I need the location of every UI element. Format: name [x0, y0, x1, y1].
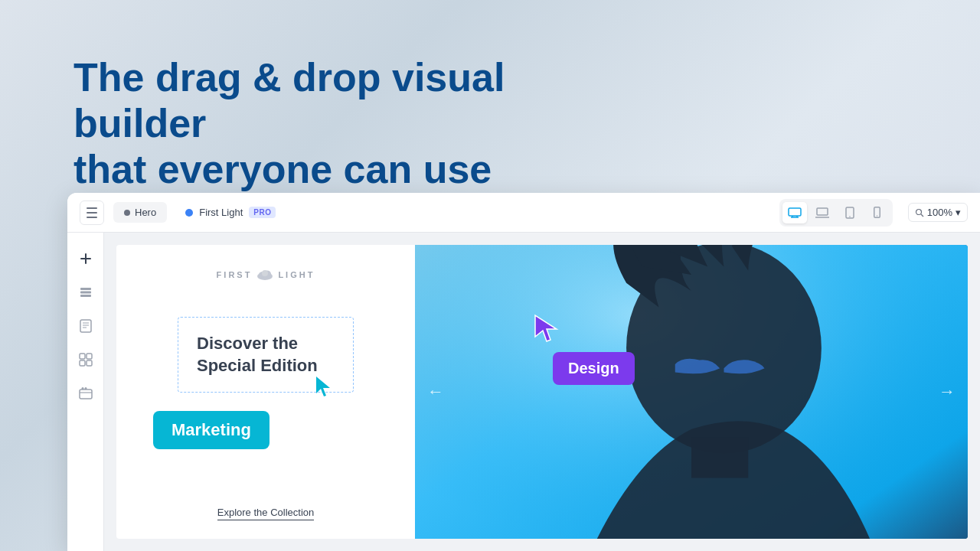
brand-name: FIRST [217, 270, 253, 279]
svg-point-7 [849, 216, 851, 217]
layers-icon [79, 285, 93, 299]
svg-rect-24 [87, 360, 92, 366]
cursor-arrow-headline [313, 375, 335, 398]
zoom-caret-icon: ▾ [956, 207, 961, 218]
hamburger-line [87, 207, 97, 209]
headline-box: Discover the Special Edition [178, 317, 354, 393]
marketing-badge-wrapper: Marketing [147, 411, 270, 474]
tab-hero-dot [124, 210, 130, 216]
viewport-tablet-button[interactable] [838, 202, 862, 223]
page-icon [80, 319, 92, 333]
svg-rect-4 [817, 208, 828, 215]
project-name-label: First Light [199, 207, 243, 218]
svg-rect-23 [80, 360, 85, 366]
brand-name-light: LIGHT [278, 270, 315, 279]
hamburger-line [87, 217, 97, 218]
svg-point-10 [916, 209, 921, 214]
canvas-left-panel: FIRST LIGHT Discover the Special Edition [116, 245, 415, 539]
person-silhouette [415, 245, 968, 539]
main-area: FIRST LIGHT Discover the Special Edition [67, 233, 980, 551]
explore-link[interactable]: Explore the Collection [217, 507, 314, 520]
brand-logo: FIRST LIGHT [217, 269, 315, 280]
svg-rect-21 [80, 354, 85, 359]
zoom-level-label: 100% [927, 207, 952, 218]
viewport-laptop-button[interactable] [810, 202, 835, 223]
hero-title-line2: that everyone can use [74, 147, 492, 191]
cursor-arrow-right-wrapper [534, 314, 561, 346]
sidebar-assets-button[interactable] [72, 380, 100, 407]
components-icon [79, 353, 93, 367]
viewport-desktop-button[interactable] [782, 202, 807, 223]
hamburger-menu[interactable] [80, 201, 104, 225]
pro-badge: PRO [249, 207, 276, 218]
sidebar-components-button[interactable] [72, 346, 100, 373]
viewport-mobile-button[interactable] [865, 202, 890, 223]
hero-section: The drag & drop visual builder that ever… [74, 55, 609, 192]
sidebar-layers-button[interactable] [72, 279, 100, 306]
project-tab[interactable]: First Light PRO [176, 202, 285, 223]
mobile-icon [874, 207, 880, 218]
headline-text: Discover the Special Edition [197, 334, 318, 375]
svg-point-26 [81, 387, 83, 390]
add-icon [79, 252, 93, 266]
cursor-arrow-right-icon [534, 314, 561, 343]
tablet-icon [845, 207, 854, 219]
svg-point-9 [877, 215, 877, 216]
tab-hero[interactable]: Hero [113, 202, 167, 223]
marketing-badge: Marketing [153, 411, 270, 449]
laptop-icon [815, 207, 829, 218]
svg-rect-36 [691, 437, 748, 478]
canvas-inner: FIRST LIGHT Discover the Special Edition [116, 245, 968, 539]
svg-rect-15 [80, 292, 91, 294]
builder-ui: Hero First Light PRO [67, 193, 980, 551]
left-sidebar [67, 233, 104, 551]
brand-logo-icon [256, 269, 273, 280]
hero-title-line1: The drag & drop visual builder [74, 55, 505, 145]
svg-rect-25 [80, 390, 92, 399]
hamburger-line [87, 212, 97, 214]
sidebar-pages-button[interactable] [72, 312, 100, 340]
toolbar: Hero First Light PRO [67, 193, 980, 233]
hero-title: The drag & drop visual builder that ever… [74, 55, 609, 192]
svg-marker-32 [316, 377, 330, 396]
nav-arrow-left[interactable]: ← [427, 382, 444, 402]
zoom-icon [915, 208, 924, 217]
svg-line-11 [921, 214, 923, 217]
desktop-icon [788, 207, 802, 218]
svg-rect-17 [80, 320, 91, 332]
zoom-control[interactable]: 100% ▾ [908, 203, 968, 222]
svg-rect-0 [789, 208, 801, 216]
assets-icon [79, 386, 93, 400]
svg-point-31 [262, 270, 268, 276]
project-dot [185, 209, 193, 217]
svg-rect-16 [80, 295, 91, 297]
viewport-controls [779, 199, 893, 227]
svg-point-27 [84, 387, 87, 390]
tab-hero-label: Hero [135, 207, 156, 218]
sidebar-add-button[interactable] [72, 245, 100, 272]
svg-rect-14 [80, 288, 91, 290]
canvas-right-panel: Design ← → [415, 245, 968, 539]
canvas-area: FIRST LIGHT Discover the Special Edition [104, 233, 980, 551]
design-badge: Design [553, 352, 635, 385]
svg-rect-22 [87, 354, 92, 359]
svg-marker-37 [535, 315, 557, 341]
nav-arrow-right[interactable]: → [939, 382, 956, 402]
